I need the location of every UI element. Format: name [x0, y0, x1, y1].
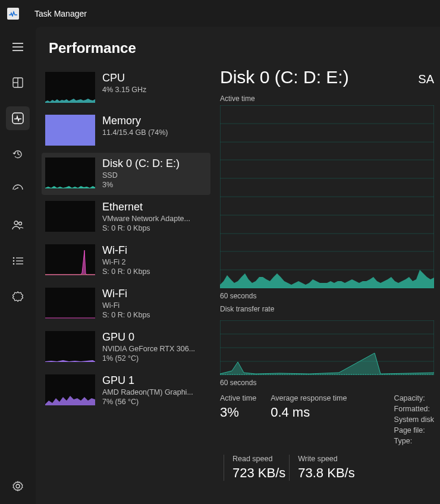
content-panel: Performance CPU 4% 3.15 GHz Memory	[36, 27, 440, 504]
nav-app-history-icon[interactable]	[6, 142, 30, 166]
stats-row: Active time 3% Average response time 0.4…	[220, 394, 434, 445]
prop-capacity: Capacity:	[394, 394, 434, 402]
stat-label: Read speed	[232, 455, 285, 463]
time-label-1: 60 seconds	[220, 292, 434, 300]
svg-point-9	[14, 221, 18, 225]
sidebar-item-ethernet[interactable]: Ethernet VMware Network Adapte... S: 0 R…	[42, 196, 210, 238]
cpu-thumb	[45, 72, 95, 103]
page-title: Performance	[36, 33, 440, 67]
item-title: GPU 0	[102, 331, 207, 344]
prop-type: Type:	[394, 437, 434, 445]
stat-avg-response: Average response time 0.4 ms	[271, 394, 347, 420]
nav-startup-apps-icon[interactable]	[6, 178, 30, 201]
svg-point-11	[13, 257, 15, 259]
prop-formatted: Formatted:	[394, 405, 434, 413]
stat-value: 73.8 KB/s	[298, 465, 354, 481]
app-icon	[7, 8, 19, 20]
stat-label: Active time	[220, 394, 256, 402]
item-title: GPU 1	[102, 374, 207, 387]
navbar	[0, 27, 36, 504]
item-sub: SSD	[102, 171, 207, 179]
item-sub2: S: 0 R: 0 Kbps	[102, 311, 207, 319]
sidebar-item-gpu1[interactable]: GPU 1 AMD Radeon(TM) Graphi... 7% (56 °C…	[42, 370, 210, 412]
svg-point-15	[13, 263, 15, 265]
stat-read-speed: Read speed 723 KB/s	[224, 455, 285, 481]
performance-sidebar: CPU 4% 3.15 GHz Memory 11.4/15.4 GB (74%…	[36, 67, 214, 504]
svg-line-7	[14, 188, 18, 190]
prop-page-file: Page file:	[394, 426, 434, 434]
nav-settings-icon[interactable]	[6, 474, 30, 498]
chart1-label: Active time	[220, 94, 434, 103]
memory-thumb	[45, 115, 95, 146]
item-title: Wi-Fi	[102, 244, 207, 257]
time-label-2: 60 seconds	[220, 379, 434, 387]
detail-title: Disk 0 (C: D: E:)	[220, 67, 349, 87]
item-sub: VMware Network Adapte...	[102, 215, 207, 223]
prop-system-disk: System disk	[394, 415, 434, 424]
item-sub2: 1% (52 °C)	[102, 354, 207, 363]
stat-label: Write speed	[298, 455, 354, 463]
nav-performance-icon[interactable]	[6, 106, 30, 130]
stat-label: Average response time	[271, 394, 347, 402]
item-sub: 11.4/15.4 GB (74%)	[102, 128, 207, 137]
stat-active-time: Active time 3%	[220, 394, 256, 420]
stat-write-speed: Write speed 73.8 KB/s	[289, 455, 354, 481]
item-sub: Wi-Fi	[102, 301, 207, 310]
svg-point-8	[17, 187, 18, 188]
stat-value: 723 KB/s	[232, 465, 285, 481]
wifi-thumb	[45, 244, 95, 275]
item-sub2: S: 0 R: 0 Kbps	[102, 224, 207, 232]
stat-value: 3%	[220, 405, 256, 420]
gpu1-thumb	[45, 374, 95, 405]
hamburger-menu-icon[interactable]	[6, 35, 30, 59]
chart2-label: Disk transfer rate	[220, 305, 434, 313]
sidebar-item-wifi[interactable]: Wi-Fi Wi-Fi S: 0 R: 0 Kbps	[42, 283, 210, 325]
item-sub: 4% 3.15 GHz	[102, 86, 207, 94]
svg-point-10	[19, 222, 22, 225]
chart-transfer-rate	[220, 320, 434, 375]
item-sub2: S: 0 R: 0 Kbps	[102, 267, 207, 276]
sidebar-item-cpu[interactable]: CPU 4% 3.15 GHz	[42, 67, 210, 109]
item-title: Wi-Fi	[102, 288, 207, 300]
wifi-thumb	[45, 288, 95, 319]
svg-point-13	[13, 260, 15, 262]
app-title: Task Manager	[34, 9, 87, 18]
sidebar-item-memory[interactable]: Memory 11.4/15.4 GB (74%)	[42, 110, 210, 152]
item-title: Memory	[102, 115, 207, 127]
item-title: CPU	[102, 72, 207, 84]
titlebar: Task Manager	[0, 0, 440, 27]
disk-properties: Capacity: Formatted: System disk Page fi…	[394, 394, 434, 445]
stat-value: 0.4 ms	[271, 405, 347, 420]
item-sub2: 7% (56 °C)	[102, 398, 207, 406]
item-sub: Wi-Fi 2	[102, 258, 207, 266]
item-sub: AMD Radeon(TM) Graphi...	[102, 388, 207, 396]
nav-services-icon[interactable]	[6, 285, 30, 308]
disk-thumb	[45, 158, 95, 188]
item-sub: NVIDIA GeForce RTX 306...	[102, 345, 207, 353]
nav-users-icon[interactable]	[6, 213, 30, 237]
nav-details-icon[interactable]	[6, 249, 30, 273]
item-title: Disk 0 (C: D: E:)	[102, 158, 207, 170]
svg-point-17	[16, 484, 20, 488]
gpu0-thumb	[45, 331, 95, 362]
ethernet-thumb	[45, 201, 95, 232]
item-sub2: 3%	[102, 181, 207, 189]
nav-processes-icon[interactable]	[6, 71, 30, 94]
detail-panel: Disk 0 (C: D: E:) SA Active time	[214, 67, 440, 504]
item-title: Ethernet	[102, 201, 207, 213]
sidebar-item-gpu0[interactable]: GPU 0 NVIDIA GeForce RTX 306... 1% (52 °…	[42, 326, 210, 368]
sidebar-item-disk0[interactable]: Disk 0 (C: D: E:) SSD 3%	[42, 153, 210, 195]
detail-model: SA	[418, 73, 434, 86]
sidebar-item-wifi2[interactable]: Wi-Fi Wi-Fi 2 S: 0 R: 0 Kbps	[42, 240, 210, 282]
chart-active-time	[220, 105, 434, 288]
